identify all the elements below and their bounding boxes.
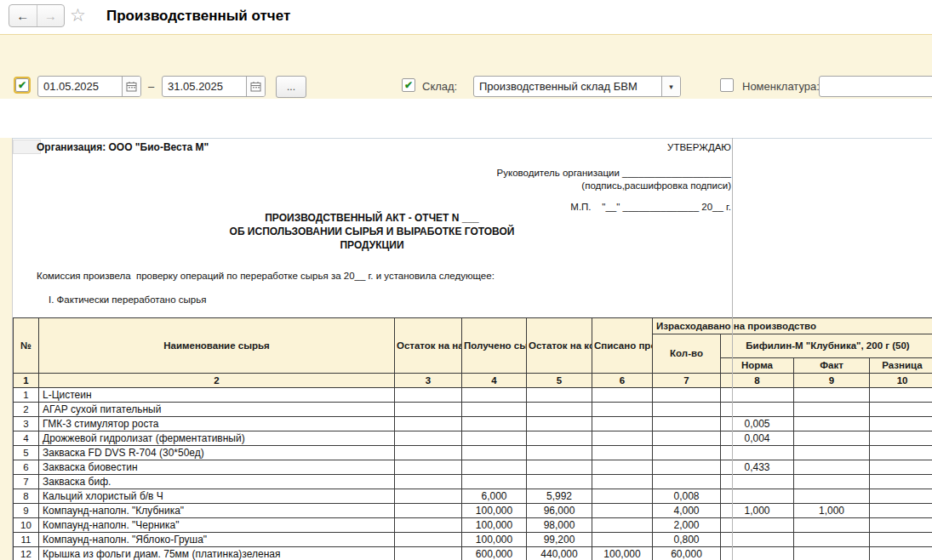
date-from-input[interactable] — [38, 77, 122, 96]
cell-value[interactable] — [527, 446, 592, 460]
cell-value[interactable] — [870, 403, 932, 417]
warehouse-input[interactable] — [474, 77, 661, 96]
cell-row-number[interactable]: 9 — [14, 504, 39, 518]
cell-row-number[interactable]: 7 — [14, 475, 39, 489]
cell-value[interactable]: 6,000 — [462, 489, 527, 504]
cell-row-number[interactable]: 3 — [14, 417, 39, 431]
cell-value[interactable] — [462, 403, 527, 417]
column-number-cell[interactable]: 4 — [462, 374, 527, 388]
cell-material-name[interactable]: Кальций хлористый б/в Ч — [39, 489, 395, 504]
cell-value[interactable] — [527, 388, 592, 403]
date-to-calendar-button[interactable] — [246, 77, 265, 96]
cell-row-number[interactable]: 6 — [14, 460, 39, 475]
cell-value[interactable]: 0,800 — [653, 533, 721, 547]
cell-value[interactable] — [592, 489, 653, 504]
header-opening-balance[interactable]: Остаток на начало месяца — [395, 318, 462, 374]
cell-value[interactable] — [592, 403, 653, 417]
cell-material-name[interactable]: Компаунд-наполн. "Яблоко-Груша" — [39, 533, 395, 547]
cell-row-number[interactable]: 5 — [14, 446, 39, 460]
period-more-button[interactable]: ... — [276, 76, 306, 98]
header-quantity[interactable]: Кол-во — [653, 334, 721, 374]
cell-value[interactable] — [462, 417, 527, 431]
column-number-cell[interactable]: 6 — [592, 374, 653, 388]
cell-value[interactable] — [653, 446, 721, 460]
cell-value[interactable] — [395, 388, 462, 403]
cell-material-name[interactable]: Крышка из фольги диам. 75мм (платинка)зе… — [39, 547, 395, 560]
cell-value[interactable] — [395, 504, 462, 518]
cell-value[interactable] — [395, 417, 462, 431]
cell-material-name[interactable]: Компаунд-наполн. "Черника" — [39, 518, 395, 533]
cell-value[interactable] — [462, 388, 527, 403]
cell-value[interactable] — [395, 489, 462, 504]
cell-value[interactable] — [794, 518, 870, 533]
period-checkbox[interactable]: ✔ — [15, 78, 29, 92]
header-fact[interactable]: Факт — [794, 358, 870, 374]
cell-value[interactable] — [870, 533, 932, 547]
warehouse-dropdown-button[interactable]: ▾ — [661, 77, 680, 96]
cell-material-name[interactable]: Закваска биф. — [39, 475, 395, 489]
column-number-cell[interactable]: 1 — [14, 374, 39, 388]
header-product-group[interactable]: Бифилин-М "Клубника", 200 г (50) — [721, 334, 932, 358]
cell-value[interactable] — [527, 431, 592, 446]
cell-value[interactable] — [592, 518, 653, 533]
cell-value[interactable] — [870, 504, 932, 518]
header-received[interactable]: Получено сырья со складов — [462, 318, 527, 374]
cell-value[interactable] — [794, 475, 870, 489]
cell-value[interactable] — [870, 518, 932, 533]
cell-value[interactable]: 100,000 — [592, 547, 653, 560]
cell-row-number[interactable]: 1 — [14, 388, 39, 403]
cell-row-number[interactable]: 12 — [14, 547, 39, 560]
cell-value[interactable]: 440,000 — [527, 547, 592, 560]
cell-row-number[interactable]: 10 — [14, 518, 39, 533]
cell-value[interactable]: 4,000 — [653, 504, 721, 518]
back-button[interactable]: ← — [9, 5, 37, 26]
cell-material-name[interactable]: ГМК-3 стимулятор роста — [39, 417, 395, 431]
cell-value[interactable]: 60,000 — [653, 547, 721, 560]
header-closing-balance[interactable]: Остаток на конец месяца — [527, 318, 592, 374]
cell-value[interactable] — [395, 533, 462, 547]
cell-value[interactable]: 98,000 — [527, 518, 592, 533]
cell-value[interactable] — [592, 417, 653, 431]
cell-value[interactable] — [653, 403, 721, 417]
warehouse-checkbox[interactable]: ✔ — [402, 78, 415, 92]
cell-value[interactable] — [592, 533, 653, 547]
cell-value[interactable] — [794, 547, 870, 560]
cell-value[interactable]: 5,992 — [527, 489, 592, 504]
cell-value[interactable] — [592, 504, 653, 518]
column-number-cell[interactable]: 10 — [870, 374, 932, 388]
cell-material-name[interactable]: L-Цистеин — [39, 388, 395, 403]
cell-value[interactable] — [870, 547, 932, 560]
cell-value[interactable] — [395, 403, 462, 417]
cell-value[interactable]: 0,008 — [653, 489, 721, 504]
header-material-name[interactable]: Наименование сырья — [39, 318, 395, 374]
cell-value[interactable] — [794, 460, 870, 475]
date-to-input[interactable] — [163, 77, 246, 96]
favorite-star-icon[interactable]: ☆ — [70, 5, 86, 26]
cell-row-number[interactable]: 2 — [14, 403, 39, 417]
cell-value[interactable]: 1,000 — [794, 504, 870, 518]
cell-value[interactable] — [870, 431, 932, 446]
column-number-cell[interactable]: 7 — [653, 374, 721, 388]
cell-value[interactable] — [794, 431, 870, 446]
cell-value[interactable] — [395, 547, 462, 560]
cell-value[interactable] — [395, 518, 462, 533]
cell-value[interactable] — [653, 431, 721, 446]
cell-material-name[interactable]: Компаунд-наполн. "Клубника" — [39, 504, 395, 518]
cell-value[interactable] — [395, 446, 462, 460]
cell-value[interactable] — [870, 475, 932, 489]
cell-value[interactable] — [527, 460, 592, 475]
header-num[interactable]: № — [14, 318, 39, 374]
cell-value[interactable] — [592, 475, 653, 489]
cell-value[interactable] — [395, 431, 462, 446]
date-from-calendar-button[interactable] — [122, 77, 140, 96]
cell-material-name[interactable]: Закваска FD DVS R-704 (30*50ед) — [39, 446, 395, 460]
forward-button[interactable]: → — [37, 5, 65, 26]
cell-value[interactable] — [653, 460, 721, 475]
cell-value[interactable] — [527, 475, 592, 489]
column-number-cell[interactable]: 2 — [39, 374, 395, 388]
cell-material-name[interactable]: Закваска биовестин — [39, 460, 395, 475]
cell-material-name[interactable]: АГАР сухой питательный — [39, 403, 395, 417]
cell-value[interactable] — [870, 460, 932, 475]
nomenclature-input[interactable] — [820, 77, 932, 96]
column-number-cell[interactable]: 3 — [395, 374, 462, 388]
